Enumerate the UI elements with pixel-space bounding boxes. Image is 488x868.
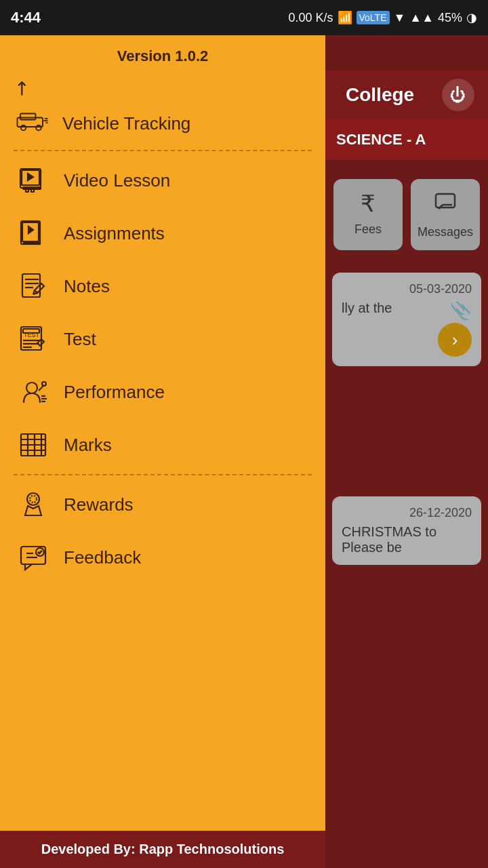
menu-item-feedback[interactable]: Feedback	[0, 531, 325, 584]
status-bar: 4:44 0.00 K/s 📶 VoLTE ▼ ▲▲ 45% ◑	[0, 0, 488, 35]
nfc-icon: 📶	[338, 10, 352, 25]
battery-level: 45%	[438, 11, 462, 25]
fees-button[interactable]: ₹ Fees	[333, 179, 403, 250]
card-1-arrow[interactable]: ›	[438, 323, 472, 357]
svg-point-45	[30, 496, 37, 502]
clip-icon: 📎	[450, 300, 472, 321]
rewards-icon	[16, 488, 50, 521]
messages-icon	[433, 190, 458, 220]
video-lesson-icon	[16, 163, 50, 197]
notes-label: Notes	[64, 276, 110, 297]
card-2-date: 26-12-2020	[342, 506, 472, 520]
messages-label: Messages	[418, 225, 473, 239]
fees-label: Fees	[354, 222, 382, 237]
svg-point-5	[21, 125, 26, 131]
card-1-date: 05-03-2020	[342, 282, 472, 296]
notes-icon	[16, 269, 50, 303]
back-arrow-icon: ↗	[8, 75, 35, 102]
menu-item-notes[interactable]: Notes	[0, 260, 325, 313]
navigation-drawer: Version 1.0.2 ↗ Vehicle Tracking	[0, 35, 325, 868]
drawer-arrow: ↗	[0, 72, 325, 100]
video-lesson-label: Video Lesson	[64, 170, 170, 191]
card-2-text: CHRISTMAS to Please be	[342, 524, 472, 555]
network-speed: 0.00 K/s	[288, 11, 333, 25]
menu-item-test[interactable]: TEST Test	[0, 313, 325, 366]
divider-1	[14, 150, 312, 151]
svg-rect-26	[21, 327, 41, 350]
menu-item-marks[interactable]: Marks	[0, 418, 325, 471]
footer-label: Developed By: Rapp Technosolutions	[41, 842, 285, 856]
svg-text:TEST: TEST	[24, 332, 40, 338]
status-time: 4:44	[11, 9, 41, 26]
wifi-icon: ▼	[394, 11, 406, 25]
footer: Developed By: Rapp Technosolutions	[0, 831, 325, 868]
drawer-header: Version 1.0.2	[0, 35, 325, 72]
svg-point-33	[42, 382, 46, 386]
svg-rect-4	[20, 114, 36, 120]
logout-button[interactable]: ⏻	[442, 79, 474, 111]
svg-rect-15	[31, 189, 34, 192]
menu-item-assignments[interactable]: Assignments	[0, 207, 325, 260]
divider-2	[14, 474, 312, 475]
assignments-icon	[16, 216, 50, 250]
svg-marker-12	[28, 174, 33, 180]
announcement-card-1: 05-03-2020 📎 lly at the ›	[332, 273, 481, 366]
svg-rect-19	[24, 243, 40, 244]
svg-point-44	[27, 493, 39, 505]
menu-item-video-lesson[interactable]: Video Lesson	[0, 154, 325, 207]
performance-label: Performance	[64, 382, 165, 403]
svg-point-6	[36, 125, 41, 131]
quick-actions: ₹ Fees Messages	[325, 171, 488, 258]
announcement-card-2: 26-12-2020 CHRISTMAS to Please be	[332, 496, 481, 565]
test-label: Test	[64, 329, 96, 350]
science-bar: SCIENCE - A	[325, 119, 488, 160]
app-version: Version 1.0.2	[117, 47, 209, 64]
svg-point-32	[26, 382, 37, 393]
assignments-label: Assignments	[64, 223, 165, 244]
rewards-label: Rewards	[64, 494, 134, 515]
svg-rect-14	[26, 189, 28, 192]
performance-icon	[16, 375, 50, 409]
fees-icon: ₹	[361, 190, 375, 217]
menu-item-rewards[interactable]: Rewards	[0, 478, 325, 531]
vehicle-tracking-label: Vehicle Tracking	[62, 113, 190, 134]
svg-marker-47	[25, 564, 32, 570]
app-title: College	[346, 84, 414, 106]
science-label: SCIENCE - A	[336, 131, 426, 149]
battery-icon: ◑	[466, 10, 477, 25]
volte-icon: VoLTE	[357, 11, 390, 24]
menu-item-performance[interactable]: Performance	[0, 366, 325, 418]
marks-label: Marks	[64, 435, 112, 456]
test-icon: TEST	[16, 322, 50, 356]
feedback-label: Feedback	[64, 547, 141, 568]
vehicle-icon	[16, 109, 49, 138]
marks-icon	[16, 428, 50, 462]
signal-icon: ▲▲	[409, 11, 434, 25]
svg-marker-18	[28, 226, 33, 233]
messages-button[interactable]: Messages	[411, 179, 480, 250]
vehicle-tracking-item[interactable]: Vehicle Tracking	[0, 100, 325, 147]
feedback-icon	[16, 540, 50, 574]
